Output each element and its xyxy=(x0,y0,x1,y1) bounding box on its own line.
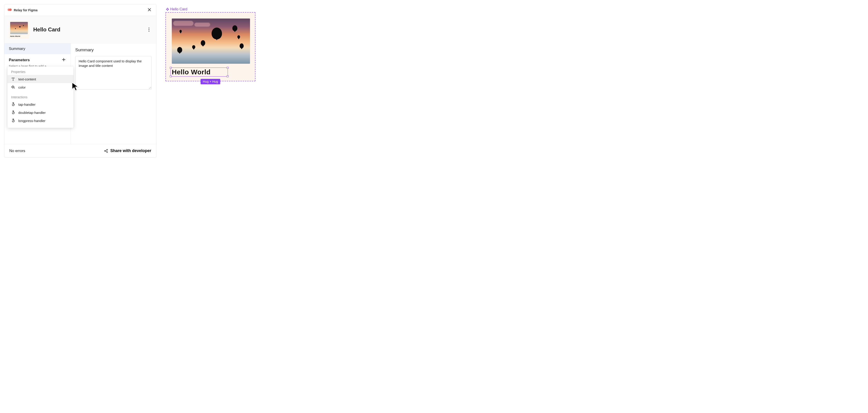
dropdown-section-interactions: Interactions xyxy=(7,94,73,100)
card-title-text: Hello World xyxy=(172,68,226,76)
paint-bucket-icon xyxy=(11,85,15,89)
svg-point-1 xyxy=(9,8,12,11)
card-image[interactable] xyxy=(172,19,250,64)
share-icon xyxy=(104,149,108,153)
add-parameter-dropdown: Properties text-content color xyxy=(7,66,73,128)
dropdown-item-label: color xyxy=(18,86,26,89)
size-badge: Hug × Hug xyxy=(200,79,220,84)
share-button[interactable]: Share with developer xyxy=(104,149,151,153)
dropdown-item-doubletap-handler[interactable]: doubletap-handler xyxy=(7,108,73,117)
tap-icon xyxy=(11,119,15,123)
tap-icon xyxy=(11,102,15,106)
resize-handle-br[interactable] xyxy=(227,75,228,77)
dropdown-item-label: tap-handler xyxy=(18,102,35,106)
plugin-logo-icon xyxy=(7,8,12,12)
sidebar: Summary Parameters Select a layer first … xyxy=(4,43,71,144)
dropdown-item-label: text-content xyxy=(18,77,36,81)
main-content: Summary Hello Card component used to dis… xyxy=(71,43,156,144)
plugin-panel: Relay for Figma Hello World Hello Card S… xyxy=(4,4,156,157)
plus-icon xyxy=(61,57,66,62)
frame-label-text: Hello Card xyxy=(170,7,187,11)
dropdown-item-label: doubletap-handler xyxy=(18,111,46,115)
resize-handle-tr[interactable] xyxy=(227,67,228,69)
figma-canvas: Hello Card Hello World Hug × Hug xyxy=(165,7,255,81)
add-parameter-button[interactable] xyxy=(61,57,66,63)
component-icon xyxy=(166,8,169,11)
dropdown-item-tap-handler[interactable]: tap-handler xyxy=(7,100,73,108)
svg-point-3 xyxy=(104,151,105,151)
summary-textarea[interactable]: Hello Card component used to display the… xyxy=(75,56,152,90)
close-button[interactable] xyxy=(146,6,153,13)
share-label: Share with developer xyxy=(110,149,151,153)
component-header: Hello World Hello Card xyxy=(4,16,156,43)
svg-rect-7 xyxy=(167,9,168,11)
tap-icon xyxy=(11,110,15,115)
parameters-label: Parameters xyxy=(9,58,30,62)
panel-footer: No errors Share with developer xyxy=(4,144,156,157)
dropdown-section-properties: Properties xyxy=(7,69,73,75)
svg-point-4 xyxy=(107,149,107,150)
dropdown-item-text-content[interactable]: text-content xyxy=(7,75,73,83)
close-icon xyxy=(147,7,152,12)
component-frame-label[interactable]: Hello Card xyxy=(166,7,255,11)
svg-rect-8 xyxy=(166,8,167,10)
thumbnail-image xyxy=(10,22,28,34)
more-menu-button[interactable] xyxy=(146,26,152,33)
component-frame[interactable]: Hello World Hug × Hug xyxy=(165,12,255,81)
component-thumbnail: Hello World xyxy=(9,21,29,39)
plugin-title: Relay for Figma xyxy=(14,8,37,12)
plugin-titlebar: Relay for Figma xyxy=(4,4,156,16)
text-icon xyxy=(11,77,15,81)
resize-handle-bl[interactable] xyxy=(170,75,172,77)
thumbnail-label: Hello World xyxy=(10,35,28,37)
component-title: Hello Card xyxy=(33,26,60,33)
svg-point-5 xyxy=(107,152,107,153)
svg-rect-6 xyxy=(167,8,168,9)
svg-rect-9 xyxy=(168,8,169,10)
dropdown-item-color[interactable]: color xyxy=(7,83,73,91)
status-text: No errors xyxy=(9,149,25,153)
resize-handle-tl[interactable] xyxy=(170,67,172,69)
selected-text-layer[interactable]: Hello World xyxy=(172,68,226,76)
main-title: Summary xyxy=(75,47,152,53)
panel-body: Summary Parameters Select a layer first … xyxy=(4,43,156,144)
dropdown-item-label: longpress-handler xyxy=(18,119,45,123)
sidebar-item-summary[interactable]: Summary xyxy=(4,43,70,54)
dropdown-item-longpress-handler[interactable]: longpress-handler xyxy=(7,117,73,125)
sidebar-item-parameters[interactable]: Parameters xyxy=(4,54,70,64)
svg-point-2 xyxy=(14,88,15,88)
